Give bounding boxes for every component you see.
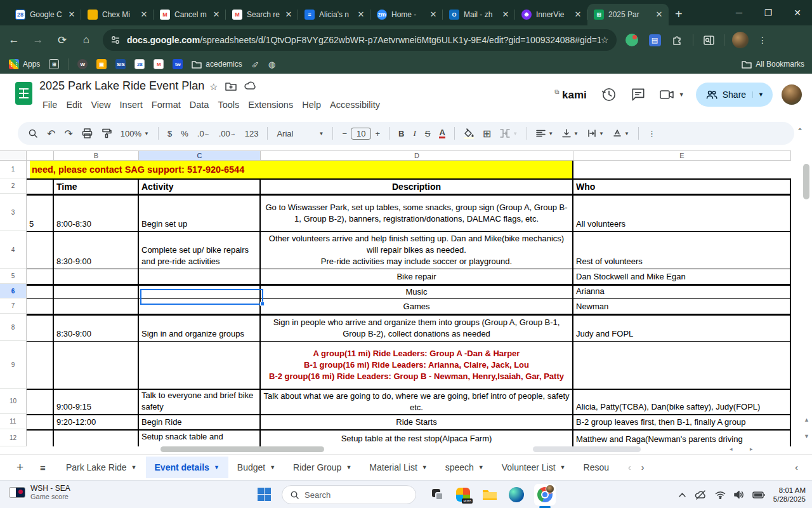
tab-close-icon[interactable]: ✕	[283, 9, 294, 20]
sheet-tab-material-list[interactable]: Material List▼	[360, 457, 436, 478]
cell-E10[interactable]: Alicia, Patty(TCBA), Dan(bike saftey), J…	[573, 390, 791, 414]
cell-C2[interactable]: Activity	[139, 180, 261, 194]
browser-menu-icon[interactable]: ⋮	[752, 30, 773, 50]
row-header-9[interactable]: 9	[0, 341, 27, 389]
row-header-2[interactable]: 2	[0, 178, 27, 194]
row-header-12[interactable]: 12	[0, 429, 27, 446]
cell-A10[interactable]	[27, 390, 54, 414]
cell-D6[interactable]: Music	[261, 286, 573, 298]
row-header-8[interactable]: 8	[0, 314, 27, 341]
cell-B4[interactable]: 8:30-9:00	[54, 232, 139, 269]
sheet-tab-menu-icon[interactable]: ▼	[478, 464, 484, 471]
redo-icon[interactable]: ↷	[64, 128, 72, 140]
tab-close-icon[interactable]: ✕	[500, 9, 511, 20]
text-wrap-icon[interactable]: ▼	[587, 129, 604, 138]
cell-D10[interactable]: Talk about what we are going to do, wher…	[261, 390, 573, 414]
cell-E7[interactable]: Newman	[573, 299, 791, 314]
cloud-status-icon[interactable]	[244, 81, 257, 91]
sheet-tab-park-lake-ride[interactable]: Park Lake Ride▼	[57, 457, 146, 478]
decrease-font-size-button[interactable]: −	[342, 129, 347, 138]
tab-close-icon[interactable]: ✕	[355, 9, 367, 20]
kami-extension-icon[interactable]	[624, 32, 639, 48]
cell-E8[interactable]: Judy and FOPL	[573, 316, 791, 341]
menu-format[interactable]: Format	[147, 98, 185, 112]
browser-tab-8[interactable]: ❋InnerVie✕	[515, 4, 587, 25]
browser-tab-3[interactable]: MCancel m✕	[154, 4, 226, 25]
comment-icon[interactable]	[630, 86, 646, 103]
browser-tab-1[interactable]: 28Google C✕	[9, 4, 81, 25]
cell-E4[interactable]: Rest of volunteers	[573, 232, 791, 269]
account-avatar[interactable]	[782, 84, 802, 105]
zoom-select[interactable]: 100%▼	[121, 129, 149, 138]
col-header-d[interactable]: D	[261, 150, 573, 161]
cell-A7[interactable]	[27, 299, 54, 314]
sheet-tab-menu-icon[interactable]: ▼	[270, 464, 275, 471]
row-header-7[interactable]: 7	[0, 298, 27, 314]
reload-button[interactable]: ⟳	[52, 30, 72, 50]
onedrive-paused-icon[interactable]	[695, 490, 707, 500]
menu-data[interactable]: Data	[185, 98, 214, 112]
bold-icon[interactable]: B	[398, 129, 404, 138]
browser-tab-4[interactable]: MSearch re✕	[226, 4, 298, 25]
start-button[interactable]	[258, 488, 271, 501]
meet-button[interactable]: ▼	[659, 88, 684, 102]
cell-B3[interactable]: 8:00-8:30	[54, 196, 139, 231]
cell-E3[interactable]: All volunteers	[573, 196, 791, 231]
file-explorer-button[interactable]	[481, 486, 499, 504]
menu-insert[interactable]: Insert	[115, 98, 147, 112]
window-maximize-button[interactable]: ❐	[754, 8, 783, 18]
tab-close-icon[interactable]: ✕	[572, 9, 584, 20]
bookmark-globe[interactable]: ◍	[268, 60, 275, 69]
bookmark-grid-shortcut[interactable]: ⊞	[49, 59, 59, 69]
back-button[interactable]: ←	[4, 30, 24, 50]
row-header-10[interactable]: 10	[0, 389, 27, 414]
sheets-logo-icon[interactable]	[15, 82, 32, 105]
all-sheets-menu-icon[interactable]: ≡	[40, 462, 46, 473]
task-view-button[interactable]	[429, 486, 447, 504]
font-select[interactable]: Arial▼	[277, 129, 324, 138]
cell-D4[interactable]: Other volunteers arrive and help finish …	[261, 232, 573, 269]
vertical-align-icon[interactable]: ▼	[562, 129, 579, 138]
new-tab-button[interactable]: +	[675, 7, 683, 22]
bookmark-apps[interactable]: ⋮⋮ Apps	[9, 59, 40, 69]
share-button[interactable]: Share ▼	[696, 83, 773, 107]
site-settings-icon[interactable]	[110, 35, 121, 45]
cell-A11[interactable]	[27, 415, 54, 429]
cell-A2[interactable]	[27, 180, 54, 194]
col-header-b[interactable]: B	[54, 150, 139, 161]
browser-tab-9[interactable]: ⊞2025 Par✕	[587, 4, 669, 25]
cell-D9[interactable]: A group(11 mi) Ride Leaders: Group A -Da…	[261, 342, 573, 389]
menu-file[interactable]: File	[38, 98, 62, 112]
cell-D2[interactable]: Description	[261, 180, 573, 194]
paint-format-icon[interactable]	[102, 128, 112, 138]
fill-color-icon[interactable]	[464, 128, 474, 139]
sheet-tab-volunteer-list[interactable]: Volunteer List▼	[493, 457, 575, 478]
row-header-1[interactable]: 1	[0, 161, 27, 178]
horizontal-scrollbar[interactable]	[160, 446, 324, 452]
row-header-3[interactable]: 3	[0, 194, 27, 231]
menu-help[interactable]: Help	[298, 98, 325, 112]
share-dropdown[interactable]: ▼	[752, 91, 769, 98]
taskbar-widget[interactable]: WSH - SEA Game score	[9, 484, 70, 500]
sheet-tab-menu-icon[interactable]: ▼	[560, 464, 566, 471]
col-header-e[interactable]: E	[573, 150, 791, 161]
cell-E2[interactable]: Who	[573, 180, 791, 194]
cell-C9[interactable]	[139, 342, 261, 389]
sheet-nav-next-icon[interactable]: ›	[641, 462, 645, 472]
scroll-down-icon[interactable]: ▼	[804, 433, 809, 439]
menu-extensions[interactable]: Extensions	[244, 98, 298, 112]
cell-D8[interactable]: Sign in people who arrive and organize t…	[261, 316, 573, 341]
menu-view[interactable]: View	[86, 98, 115, 112]
move-folder-icon[interactable]	[225, 81, 237, 91]
currency-format-icon[interactable]: $	[167, 129, 172, 138]
cell-B5[interactable]	[54, 269, 139, 284]
cell-A6[interactable]	[27, 286, 54, 298]
sheet-tab-resou[interactable]: Resou	[575, 457, 618, 478]
sheet-tab-speech[interactable]: speech▼	[436, 457, 493, 478]
tab-close-icon[interactable]: ✕	[653, 9, 665, 20]
star-document-icon[interactable]: ☆	[209, 81, 218, 93]
merge-cells-icon[interactable]: ▼	[500, 129, 518, 138]
row-header-6[interactable]: 6	[0, 284, 27, 298]
sheet-tab-menu-icon[interactable]: ▼	[214, 464, 219, 471]
browser-tab-7[interactable]: OMail - zh✕	[443, 4, 515, 25]
